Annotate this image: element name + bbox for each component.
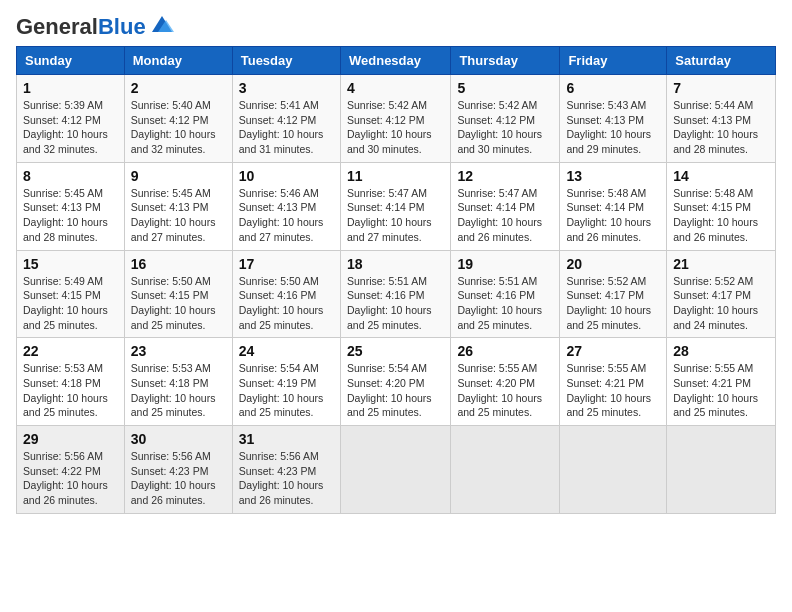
day-number: 29 bbox=[23, 431, 118, 447]
calendar-cell: 6Sunrise: 5:43 AMSunset: 4:13 PMDaylight… bbox=[560, 75, 667, 163]
day-info: Sunrise: 5:50 AMSunset: 4:15 PMDaylight:… bbox=[131, 274, 226, 333]
calendar-cell: 26Sunrise: 5:55 AMSunset: 4:20 PMDayligh… bbox=[451, 338, 560, 426]
day-number: 18 bbox=[347, 256, 444, 272]
day-number: 25 bbox=[347, 343, 444, 359]
day-info: Sunrise: 5:40 AMSunset: 4:12 PMDaylight:… bbox=[131, 98, 226, 157]
logo-text: GeneralBlue bbox=[16, 16, 146, 38]
day-number: 21 bbox=[673, 256, 769, 272]
day-number: 26 bbox=[457, 343, 553, 359]
day-info: Sunrise: 5:49 AMSunset: 4:15 PMDaylight:… bbox=[23, 274, 118, 333]
calendar-cell bbox=[560, 426, 667, 514]
day-number: 6 bbox=[566, 80, 660, 96]
day-number: 10 bbox=[239, 168, 334, 184]
weekday-header-monday: Monday bbox=[124, 47, 232, 75]
day-info: Sunrise: 5:41 AMSunset: 4:12 PMDaylight:… bbox=[239, 98, 334, 157]
weekday-header-wednesday: Wednesday bbox=[340, 47, 450, 75]
weekday-header-sunday: Sunday bbox=[17, 47, 125, 75]
day-info: Sunrise: 5:56 AMSunset: 4:22 PMDaylight:… bbox=[23, 449, 118, 508]
day-info: Sunrise: 5:42 AMSunset: 4:12 PMDaylight:… bbox=[457, 98, 553, 157]
calendar-cell: 4Sunrise: 5:42 AMSunset: 4:12 PMDaylight… bbox=[340, 75, 450, 163]
calendar-cell: 10Sunrise: 5:46 AMSunset: 4:13 PMDayligh… bbox=[232, 162, 340, 250]
calendar-cell: 22Sunrise: 5:53 AMSunset: 4:18 PMDayligh… bbox=[17, 338, 125, 426]
day-info: Sunrise: 5:45 AMSunset: 4:13 PMDaylight:… bbox=[23, 186, 118, 245]
day-number: 2 bbox=[131, 80, 226, 96]
day-info: Sunrise: 5:51 AMSunset: 4:16 PMDaylight:… bbox=[347, 274, 444, 333]
day-number: 30 bbox=[131, 431, 226, 447]
day-number: 27 bbox=[566, 343, 660, 359]
day-number: 9 bbox=[131, 168, 226, 184]
calendar-cell: 20Sunrise: 5:52 AMSunset: 4:17 PMDayligh… bbox=[560, 250, 667, 338]
day-info: Sunrise: 5:55 AMSunset: 4:21 PMDaylight:… bbox=[673, 361, 769, 420]
day-number: 19 bbox=[457, 256, 553, 272]
calendar-week-3: 15Sunrise: 5:49 AMSunset: 4:15 PMDayligh… bbox=[17, 250, 776, 338]
calendar-cell: 8Sunrise: 5:45 AMSunset: 4:13 PMDaylight… bbox=[17, 162, 125, 250]
day-number: 8 bbox=[23, 168, 118, 184]
day-number: 7 bbox=[673, 80, 769, 96]
day-number: 20 bbox=[566, 256, 660, 272]
logo: GeneralBlue bbox=[16, 16, 176, 38]
calendar-cell: 19Sunrise: 5:51 AMSunset: 4:16 PMDayligh… bbox=[451, 250, 560, 338]
day-info: Sunrise: 5:55 AMSunset: 4:21 PMDaylight:… bbox=[566, 361, 660, 420]
logo-blue: Blue bbox=[98, 14, 146, 39]
calendar-table: SundayMondayTuesdayWednesdayThursdayFrid… bbox=[16, 46, 776, 514]
day-number: 16 bbox=[131, 256, 226, 272]
day-number: 5 bbox=[457, 80, 553, 96]
calendar-cell: 17Sunrise: 5:50 AMSunset: 4:16 PMDayligh… bbox=[232, 250, 340, 338]
weekday-row: SundayMondayTuesdayWednesdayThursdayFrid… bbox=[17, 47, 776, 75]
day-number: 11 bbox=[347, 168, 444, 184]
calendar-cell: 31Sunrise: 5:56 AMSunset: 4:23 PMDayligh… bbox=[232, 426, 340, 514]
weekday-header-friday: Friday bbox=[560, 47, 667, 75]
calendar-week-4: 22Sunrise: 5:53 AMSunset: 4:18 PMDayligh… bbox=[17, 338, 776, 426]
day-number: 14 bbox=[673, 168, 769, 184]
calendar-cell: 25Sunrise: 5:54 AMSunset: 4:20 PMDayligh… bbox=[340, 338, 450, 426]
day-info: Sunrise: 5:46 AMSunset: 4:13 PMDaylight:… bbox=[239, 186, 334, 245]
calendar-cell: 23Sunrise: 5:53 AMSunset: 4:18 PMDayligh… bbox=[124, 338, 232, 426]
day-number: 12 bbox=[457, 168, 553, 184]
calendar-cell: 1Sunrise: 5:39 AMSunset: 4:12 PMDaylight… bbox=[17, 75, 125, 163]
day-info: Sunrise: 5:51 AMSunset: 4:16 PMDaylight:… bbox=[457, 274, 553, 333]
calendar-body: 1Sunrise: 5:39 AMSunset: 4:12 PMDaylight… bbox=[17, 75, 776, 514]
day-info: Sunrise: 5:47 AMSunset: 4:14 PMDaylight:… bbox=[457, 186, 553, 245]
calendar-cell: 24Sunrise: 5:54 AMSunset: 4:19 PMDayligh… bbox=[232, 338, 340, 426]
calendar-cell: 30Sunrise: 5:56 AMSunset: 4:23 PMDayligh… bbox=[124, 426, 232, 514]
calendar-cell bbox=[451, 426, 560, 514]
calendar-cell: 18Sunrise: 5:51 AMSunset: 4:16 PMDayligh… bbox=[340, 250, 450, 338]
day-number: 15 bbox=[23, 256, 118, 272]
calendar-cell: 21Sunrise: 5:52 AMSunset: 4:17 PMDayligh… bbox=[667, 250, 776, 338]
day-number: 23 bbox=[131, 343, 226, 359]
day-info: Sunrise: 5:47 AMSunset: 4:14 PMDaylight:… bbox=[347, 186, 444, 245]
calendar-header: SundayMondayTuesdayWednesdayThursdayFrid… bbox=[17, 47, 776, 75]
calendar-week-1: 1Sunrise: 5:39 AMSunset: 4:12 PMDaylight… bbox=[17, 75, 776, 163]
day-number: 4 bbox=[347, 80, 444, 96]
day-info: Sunrise: 5:54 AMSunset: 4:19 PMDaylight:… bbox=[239, 361, 334, 420]
day-number: 1 bbox=[23, 80, 118, 96]
day-info: Sunrise: 5:39 AMSunset: 4:12 PMDaylight:… bbox=[23, 98, 118, 157]
day-info: Sunrise: 5:42 AMSunset: 4:12 PMDaylight:… bbox=[347, 98, 444, 157]
calendar-week-2: 8Sunrise: 5:45 AMSunset: 4:13 PMDaylight… bbox=[17, 162, 776, 250]
calendar-cell bbox=[340, 426, 450, 514]
calendar-week-5: 29Sunrise: 5:56 AMSunset: 4:22 PMDayligh… bbox=[17, 426, 776, 514]
calendar-cell: 29Sunrise: 5:56 AMSunset: 4:22 PMDayligh… bbox=[17, 426, 125, 514]
calendar-cell: 2Sunrise: 5:40 AMSunset: 4:12 PMDaylight… bbox=[124, 75, 232, 163]
calendar-cell: 11Sunrise: 5:47 AMSunset: 4:14 PMDayligh… bbox=[340, 162, 450, 250]
day-info: Sunrise: 5:53 AMSunset: 4:18 PMDaylight:… bbox=[23, 361, 118, 420]
calendar-cell: 13Sunrise: 5:48 AMSunset: 4:14 PMDayligh… bbox=[560, 162, 667, 250]
day-number: 22 bbox=[23, 343, 118, 359]
day-info: Sunrise: 5:54 AMSunset: 4:20 PMDaylight:… bbox=[347, 361, 444, 420]
day-number: 24 bbox=[239, 343, 334, 359]
day-info: Sunrise: 5:56 AMSunset: 4:23 PMDaylight:… bbox=[239, 449, 334, 508]
calendar-cell: 28Sunrise: 5:55 AMSunset: 4:21 PMDayligh… bbox=[667, 338, 776, 426]
day-info: Sunrise: 5:48 AMSunset: 4:14 PMDaylight:… bbox=[566, 186, 660, 245]
day-number: 31 bbox=[239, 431, 334, 447]
calendar-cell: 3Sunrise: 5:41 AMSunset: 4:12 PMDaylight… bbox=[232, 75, 340, 163]
day-number: 17 bbox=[239, 256, 334, 272]
logo-icon bbox=[148, 14, 176, 36]
day-info: Sunrise: 5:52 AMSunset: 4:17 PMDaylight:… bbox=[673, 274, 769, 333]
day-number: 13 bbox=[566, 168, 660, 184]
page-header: GeneralBlue bbox=[16, 16, 776, 38]
day-number: 28 bbox=[673, 343, 769, 359]
day-info: Sunrise: 5:50 AMSunset: 4:16 PMDaylight:… bbox=[239, 274, 334, 333]
weekday-header-thursday: Thursday bbox=[451, 47, 560, 75]
weekday-header-tuesday: Tuesday bbox=[232, 47, 340, 75]
day-info: Sunrise: 5:48 AMSunset: 4:15 PMDaylight:… bbox=[673, 186, 769, 245]
